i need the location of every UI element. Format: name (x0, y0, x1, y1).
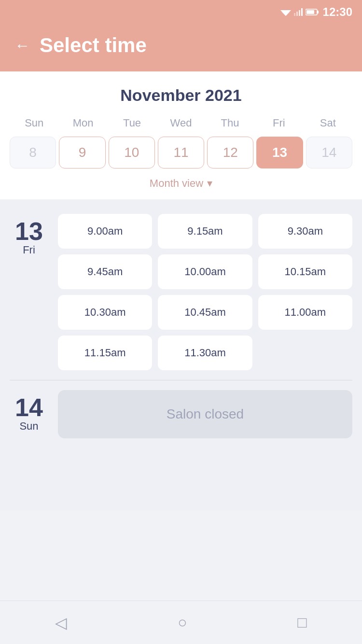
month-view-toggle[interactable]: Month view ▾ (10, 177, 352, 190)
cal-day-8[interactable]: 8 (10, 137, 56, 168)
battery-icon (306, 8, 319, 16)
day-label-14: 14 Sun (10, 390, 48, 438)
weekday-thu: Thu (206, 114, 254, 132)
weekday-sun: Sun (10, 114, 58, 132)
time-slot-1100am[interactable]: 11.00am (258, 295, 352, 330)
home-nav-icon[interactable]: ○ (178, 614, 187, 631)
time-slot-930am[interactable]: 9.30am (258, 214, 352, 249)
chevron-down-icon: ▾ (207, 177, 212, 190)
svg-rect-5 (301, 8, 303, 16)
time-slot-915am[interactable]: 9.15am (158, 214, 252, 249)
svg-rect-7 (317, 11, 319, 14)
cal-day-11[interactable]: 11 (158, 137, 204, 168)
svg-rect-8 (306, 10, 314, 14)
recent-nav-icon[interactable]: □ (297, 614, 306, 631)
weekday-row: Sun Mon Tue Wed Thu Fri Sat (10, 114, 352, 132)
time-grid-13: 9.00am 9.15am 9.30am 9.45am 10.00am 10.1… (58, 214, 352, 370)
cal-day-10[interactable]: 10 (109, 137, 155, 168)
svg-rect-3 (296, 12, 298, 16)
section-divider (10, 380, 352, 380)
day-name-13: Fri (23, 244, 35, 256)
calendar-days: 8 9 10 11 12 13 14 (10, 137, 352, 168)
back-nav-icon[interactable]: ◁ (55, 614, 67, 632)
weekday-tue: Tue (108, 114, 156, 132)
time-slot-1015am[interactable]: 10.15am (258, 254, 352, 289)
calendar-section: November 2021 Sun Mon Tue Wed Thu Fri Sa… (0, 71, 362, 199)
page-title: Select time (40, 34, 147, 57)
month-view-label: Month view (150, 177, 203, 190)
svg-rect-2 (294, 13, 295, 16)
signal-icon (294, 8, 303, 16)
day-number-14: 14 (15, 395, 43, 420)
day-block-14: 14 Sun Salon closed (10, 390, 352, 438)
wifi-icon (280, 8, 291, 16)
svg-marker-1 (282, 12, 290, 16)
time-slot-1000am[interactable]: 10.00am (158, 254, 252, 289)
salon-closed-message: Salon closed (58, 390, 352, 438)
day-number-13: 13 (15, 219, 43, 244)
day-name-14: Sun (19, 420, 38, 433)
weekday-wed: Wed (156, 114, 205, 132)
header: ← Select time (0, 24, 362, 71)
time-slot-900am[interactable]: 9.00am (58, 214, 152, 249)
svg-rect-4 (299, 10, 300, 16)
cal-day-12[interactable]: 12 (207, 137, 253, 168)
day-label-13: 13 Fri (10, 214, 48, 370)
weekday-mon: Mon (58, 114, 107, 132)
status-bar: 12:30 (0, 0, 362, 24)
time-slot-945am[interactable]: 9.45am (58, 254, 152, 289)
day-block-13: 13 Fri 9.00am 9.15am 9.30am 9.45am 10.00… (10, 214, 352, 370)
time-slot-1045am[interactable]: 10.45am (158, 295, 252, 330)
time-slot-1130am[interactable]: 11.30am (158, 336, 252, 370)
time-slot-1030am[interactable]: 10.30am (58, 295, 152, 330)
cal-day-9[interactable]: 9 (59, 137, 105, 168)
bottom-nav: ◁ ○ □ (0, 601, 362, 644)
month-year: November 2021 (10, 86, 352, 105)
weekday-sat: Sat (304, 114, 352, 132)
status-time: 12:30 (323, 5, 352, 19)
cal-day-14[interactable]: 14 (306, 137, 352, 168)
weekday-fri: Fri (254, 114, 303, 132)
time-slot-1115am[interactable]: 11.15am (58, 336, 152, 370)
back-button[interactable]: ← (14, 38, 30, 53)
cal-day-13[interactable]: 13 (256, 137, 303, 168)
time-section: 13 Fri 9.00am 9.15am 9.30am 9.45am 10.00… (0, 199, 362, 511)
status-icons (280, 8, 319, 16)
